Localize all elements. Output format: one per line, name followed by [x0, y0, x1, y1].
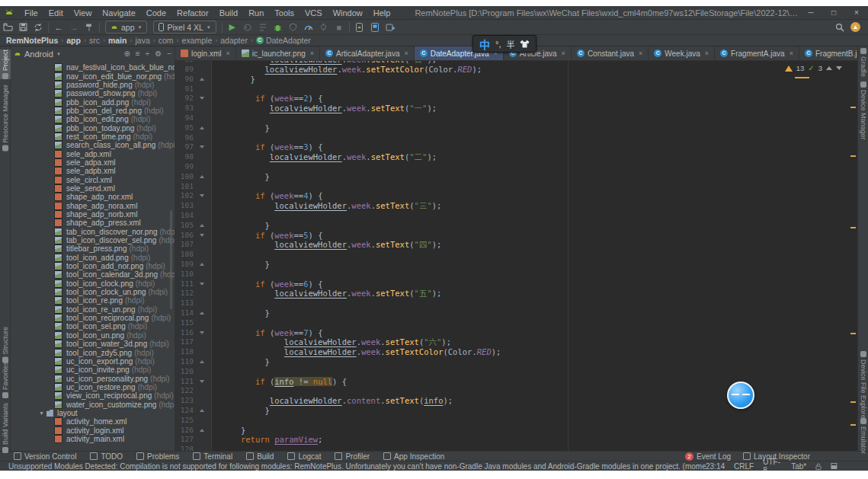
fold-marker-icon[interactable]	[200, 360, 204, 363]
tool-window-button-profiler[interactable]: Profiler	[335, 452, 370, 461]
menu-item-edit[interactable]: Edit	[44, 8, 68, 18]
prev-issue-icon[interactable]	[826, 66, 832, 70]
tree-item-uc_icon_restore.png[interactable]: uc_icon_restore.png(hdpi)	[11, 383, 175, 391]
attach-debugger-icon[interactable]	[316, 21, 332, 34]
ime-width-indicator[interactable]: 半	[506, 38, 514, 50]
open-icon[interactable]	[0, 21, 15, 34]
menu-item-run[interactable]: Run	[244, 8, 268, 18]
tree-item-tab_icon_discover_sel.png[interactable]: tab_icon_discover_sel.png(hdpi)	[11, 236, 175, 244]
line-ending-indicator[interactable]: CRLF	[734, 462, 754, 471]
tree-item-sele_adpb.xml[interactable]: sele_adpb.xml	[11, 167, 175, 175]
tool-window-button-problems[interactable]: Problems	[136, 452, 179, 461]
editor-tab-FragmentA.java[interactable]: CFragmentA.java×	[715, 46, 799, 60]
breadcrumb-item-java[interactable]: java	[135, 36, 149, 45]
fold-marker-icon[interactable]	[200, 380, 204, 383]
breadcrumb-item-example[interactable]: example	[182, 36, 213, 45]
lock-icon[interactable]	[815, 462, 822, 471]
fold-marker-icon[interactable]	[200, 97, 204, 100]
close-icon[interactable]: ×	[639, 49, 642, 57]
stripe-button-resource-manager[interactable]: Resource Manager	[0, 85, 11, 152]
editor-tab-ic_launcher.png[interactable]: ic_launcher.png×	[236, 46, 320, 60]
tree-item-search_class_icon_all.png[interactable]: search_class_icon_all.png(hdpi)	[11, 141, 175, 149]
tree-item-tool_icon_zdy5.png[interactable]: tool_icon_zdy5.png(hdpi)	[11, 348, 175, 356]
stripe-button-favorites[interactable]: Favorites	[0, 362, 11, 398]
ime-language-indicator[interactable]: 中	[479, 37, 490, 52]
tree-item-tool_icon_clock_un.png[interactable]: tool_icon_clock_un.png(hdpi)	[11, 288, 175, 296]
tree-item-nav_icon_edit_blue_nor.png[interactable]: nav_icon_edit_blue_nor.png(hdpi)	[11, 72, 175, 80]
stripe-button-device-manager[interactable]: Device Manager	[858, 81, 868, 140]
tree-item-shape_adp_nor.xml[interactable]: shape_adp_nor.xml	[11, 193, 175, 201]
fold-marker-icon[interactable]	[200, 194, 204, 197]
close-icon[interactable]: ×	[562, 49, 565, 57]
menu-item-code[interactable]: Code	[142, 8, 171, 18]
tool-window-button-build[interactable]: Build	[246, 452, 274, 461]
back-icon[interactable]: ←	[51, 21, 66, 34]
close-icon[interactable]: ×	[404, 49, 408, 57]
fold-marker-icon[interactable]	[200, 409, 204, 412]
tree-item-tab_icon_discover_nor.png[interactable]: tab_icon_discover_nor.png(hdpi)	[11, 228, 175, 236]
fold-marker-icon[interactable]	[200, 224, 204, 227]
fold-marker-icon[interactable]	[200, 126, 204, 129]
editor-tab-login.xml[interactable]: login.xml×	[175, 46, 236, 60]
breadcrumb-item-app[interactable]: app	[66, 36, 81, 45]
run-config-select[interactable]: app ▼	[105, 21, 147, 34]
build-hammer-icon[interactable]	[82, 21, 97, 34]
profiler-icon[interactable]	[301, 21, 316, 34]
tree-item-sele_adp.xml[interactable]: sele_adp.xml	[11, 149, 175, 158]
tool-window-button-version-control[interactable]: Version Control	[14, 452, 76, 461]
tree-item-tool_icon_un.png[interactable]: tool_icon_un.png(hdpi)	[11, 331, 175, 340]
editor-tab-ArticalAdapter.java[interactable]: CArticalAdapter.java×	[320, 46, 415, 60]
sync-icon[interactable]	[30, 21, 46, 34]
floating-assistant-ball[interactable]	[727, 382, 754, 409]
fold-marker-icon[interactable]	[200, 234, 204, 237]
breadcrumb-item-remnoteplus[interactable]: RemNotePlus	[6, 36, 58, 45]
close-button[interactable]: ×	[845, 6, 868, 20]
tree-item-password_hide.png[interactable]: password_hide.png(hdpi)	[11, 81, 175, 89]
editor-tab-Constant.java[interactable]: CConstant.java×	[572, 46, 649, 60]
locate-icon[interactable]: ⊕	[123, 49, 130, 58]
collapse-all-icon[interactable]: ÷	[146, 49, 150, 58]
skin-shirt-icon[interactable]	[520, 40, 530, 48]
tree-item-shape_adp_press.xml[interactable]: shape_adp_press.xml	[11, 219, 175, 227]
fold-marker-icon[interactable]	[200, 331, 204, 334]
tree-item-sele_adpa.xml[interactable]: sele_adpa.xml	[11, 158, 175, 167]
memory-indicator-icon[interactable]	[831, 462, 838, 470]
menu-item-vcs[interactable]: VCS	[300, 8, 327, 18]
menu-item-build[interactable]: Build	[215, 8, 242, 18]
fold-marker-icon[interactable]	[200, 175, 204, 178]
fold-marker-icon[interactable]	[200, 311, 204, 315]
menu-item-window[interactable]: Window	[328, 8, 367, 18]
stripe-button-project[interactable]: Project	[0, 49, 11, 79]
coverage-icon[interactable]	[286, 21, 301, 34]
tree-item-shape_adp_nora.xml[interactable]: shape_adp_nora.xml	[11, 202, 175, 210]
fold-marker-icon[interactable]	[200, 78, 204, 81]
close-icon[interactable]: ×	[310, 49, 314, 57]
tree-item-tool_icon_sel.png[interactable]: tool_icon_sel.png(hdpi)	[11, 322, 175, 331]
inspections-widget[interactable]: 13 ✓ 3	[785, 64, 842, 72]
breadcrumb-item-main[interactable]: main	[108, 36, 127, 45]
tree-item-activity_main.xml[interactable]: activity_main.xml	[11, 435, 175, 443]
run-icon[interactable]: ▶	[225, 21, 240, 34]
tool-window-button-todo[interactable]: TODO	[90, 452, 123, 461]
maximize-button[interactable]: □	[822, 6, 845, 20]
project-view-select[interactable]: Android	[24, 49, 53, 59]
stripe-button-gradle[interactable]: Gradle	[858, 48, 868, 77]
ime-punctuation-indicator[interactable]: °,	[495, 40, 501, 49]
tree-item-water_icon_customize.png[interactable]: water_icon_customize.png(hdpi)	[11, 400, 175, 408]
apply-changes-icon[interactable]	[240, 21, 255, 34]
chevron-down-icon[interactable]: ▼	[39, 410, 44, 416]
editor-tab-FragmentB.java[interactable]: CFragmentB.java×	[799, 46, 857, 60]
fold-marker-icon[interactable]	[200, 263, 204, 266]
tree-item-tool_icon_re.png[interactable]: tool_icon_re.png(hdpi)	[11, 296, 175, 305]
tree-item-password_show.png[interactable]: password_show.png(hdpi)	[11, 89, 175, 97]
tree-item-tool_icon_re_un.png[interactable]: tool_icon_re_un.png(hdpi)	[11, 305, 175, 314]
tree-item-tool_icon_water_3d.png[interactable]: tool_icon_water_3d.png(hdpi)	[11, 340, 175, 348]
save-all-icon[interactable]	[15, 21, 30, 34]
close-icon[interactable]: ×	[226, 49, 229, 57]
tree-item-tool_icon_add_nor.png[interactable]: tool_icon_add_nor.png(hdpi)	[11, 262, 175, 270]
menu-item-refactor[interactable]: Refactor	[172, 8, 213, 18]
breadcrumb-item-adapter[interactable]: adapter	[220, 36, 248, 45]
tree-item-activity_login.xml[interactable]: activity_login.xml	[11, 426, 175, 434]
minimize-button[interactable]: ─	[799, 6, 822, 20]
encoding-indicator[interactable]: UTF-8	[763, 458, 782, 471]
